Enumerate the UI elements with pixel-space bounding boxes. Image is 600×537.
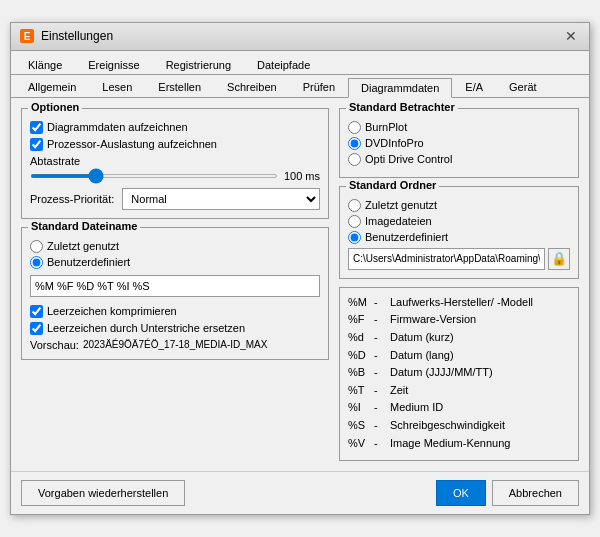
dvdinfopro-radio[interactable] — [348, 137, 361, 150]
prioritaet-select[interactable]: Normal Niedrig Hoch — [122, 188, 320, 210]
dvdinfopro-label: DVDInfoPro — [365, 137, 424, 149]
unterstriche-label: Leerzeichen durch Unterstriche ersetzen — [47, 322, 245, 334]
format-table: %M - Laufwerks-Hersteller/ -Modell %F - … — [348, 294, 570, 452]
leerzeichen-checkbox-row[interactable]: Leerzeichen komprimieren — [30, 305, 320, 318]
optionen-label: Optionen — [28, 101, 82, 113]
ordner-image-radio-row[interactable]: Imagedateien — [348, 215, 570, 228]
prozessor-checkbox-label: Prozessor-Auslastung aufzeichnen — [47, 138, 217, 150]
ordner-zuletzt-label: Zuletzt genutzt — [365, 199, 437, 211]
fmt-key-0: %M — [348, 294, 370, 312]
window-title: Einstellungen — [41, 29, 113, 43]
tab-ea[interactable]: E/A — [452, 77, 496, 97]
path-input[interactable] — [348, 248, 545, 270]
main-content: Optionen Diagrammdaten aufzeichnen Proze… — [11, 98, 589, 471]
format-row-4: %B - Datum (JJJJ/MM/TT) — [348, 364, 570, 382]
opti-radio[interactable] — [348, 153, 361, 166]
tab-erstellen[interactable]: Erstellen — [145, 77, 214, 97]
optionen-group: Optionen Diagrammdaten aufzeichnen Proze… — [21, 108, 329, 219]
restore-button[interactable]: Vorgaben wiederherstellen — [21, 480, 185, 506]
burnplot-label: BurnPlot — [365, 121, 407, 133]
datei-zuletzt-radio-row[interactable]: Zuletzt genutzt — [30, 240, 320, 253]
vorschau-label: Vorschau: — [30, 339, 79, 351]
fmt-key-1: %F — [348, 311, 370, 329]
app-icon: E — [19, 28, 35, 44]
opti-radio-row[interactable]: Opti Drive Control — [348, 153, 570, 166]
bottom-bar: Vorgaben wiederherstellen OK Abbrechen — [11, 471, 589, 514]
fmt-desc-1: Firmware-Version — [390, 311, 570, 329]
prozessor-checkbox[interactable] — [30, 138, 43, 151]
fmt-desc-6: Medium ID — [390, 399, 570, 417]
dateiname-input[interactable] — [30, 275, 320, 297]
tab-geraet[interactable]: Gerät — [496, 77, 550, 97]
format-row-1: %F - Firmware-Version — [348, 311, 570, 329]
diagramm-checkbox-row[interactable]: Diagrammdaten aufzeichnen — [30, 121, 320, 134]
ordner-zuletzt-radio[interactable] — [348, 199, 361, 212]
title-bar-left: E Einstellungen — [19, 28, 113, 44]
format-row-2: %d - Datum (kurz) — [348, 329, 570, 347]
fmt-desc-3: Datum (lang) — [390, 347, 570, 365]
cancel-button[interactable]: Abbrechen — [492, 480, 579, 506]
standard-ordner-label: Standard Ordner — [346, 179, 439, 191]
standard-betrachter-label: Standard Betrachter — [346, 101, 458, 113]
slider-value: 100 ms — [284, 170, 320, 182]
close-button[interactable]: ✕ — [561, 26, 581, 46]
abtastrate-section: Abtastrate 100 ms — [30, 155, 320, 182]
ordner-benutzer-radio-row[interactable]: Benutzerdefiniert — [348, 231, 570, 244]
format-row-8: %V - Image Medium-Kennung — [348, 435, 570, 453]
format-row-5: %T - Zeit — [348, 382, 570, 400]
tabs-bottom-row: Allgemein Lesen Erstellen Schreiben Prüf… — [11, 75, 589, 98]
path-row: 🔒 — [348, 248, 570, 270]
prioritaet-row: Prozess-Priorität: Normal Niedrig Hoch — [30, 188, 320, 210]
burnplot-radio-row[interactable]: BurnPlot — [348, 121, 570, 134]
fmt-key-7: %S — [348, 417, 370, 435]
opti-label: Opti Drive Control — [365, 153, 452, 165]
unterstriche-checkbox[interactable] — [30, 322, 43, 335]
ordner-image-radio[interactable] — [348, 215, 361, 228]
tab-dateipfade[interactable]: Dateipfade — [244, 55, 323, 74]
fmt-key-2: %d — [348, 329, 370, 347]
tab-lesen[interactable]: Lesen — [89, 77, 145, 97]
tab-klaenge[interactable]: Klänge — [15, 55, 75, 74]
tab-schreiben[interactable]: Schreiben — [214, 77, 290, 97]
standard-betrachter-group: Standard Betrachter BurnPlot DVDInfoPro … — [339, 108, 579, 178]
ordner-benutzer-label: Benutzerdefiniert — [365, 231, 448, 243]
slider-row: 100 ms — [30, 170, 320, 182]
datei-benutzerdefiniert-radio-row[interactable]: Benutzerdefiniert — [30, 256, 320, 269]
ok-button[interactable]: OK — [436, 480, 486, 506]
vorschau-value: 2023ÄÉ9ÖÄ7ÉÖ_17-18_MEDIA-ID_MAX — [83, 339, 268, 351]
dvdinfopro-radio-row[interactable]: DVDInfoPro — [348, 137, 570, 150]
tab-pruefen[interactable]: Prüfen — [290, 77, 348, 97]
datei-benutzerdefiniert-radio[interactable] — [30, 256, 43, 269]
fmt-key-3: %D — [348, 347, 370, 365]
path-browse-button[interactable]: 🔒 — [548, 248, 570, 270]
fmt-key-5: %T — [348, 382, 370, 400]
fmt-desc-7: Schreibgeschwindigkeit — [390, 417, 570, 435]
tab-allgemein[interactable]: Allgemein — [15, 77, 89, 97]
fmt-desc-5: Zeit — [390, 382, 570, 400]
ordner-zuletzt-radio-row[interactable]: Zuletzt genutzt — [348, 199, 570, 212]
prozessor-checkbox-row[interactable]: Prozessor-Auslastung aufzeichnen — [30, 138, 320, 151]
unterstriche-checkbox-row[interactable]: Leerzeichen durch Unterstriche ersetzen — [30, 322, 320, 335]
burnplot-radio[interactable] — [348, 121, 361, 134]
vorschau-row: Vorschau: 2023ÄÉ9ÖÄ7ÉÖ_17-18_MEDIA-ID_MA… — [30, 339, 320, 351]
datei-zuletzt-radio[interactable] — [30, 240, 43, 253]
abtastrate-label: Abtastrate — [30, 155, 320, 167]
main-window: E Einstellungen ✕ Klänge Ereignisse Regi… — [10, 22, 590, 515]
format-row-7: %S - Schreibgeschwindigkeit — [348, 417, 570, 435]
diagramm-checkbox-label: Diagrammdaten aufzeichnen — [47, 121, 188, 133]
diagramm-checkbox[interactable] — [30, 121, 43, 134]
format-row-0: %M - Laufwerks-Hersteller/ -Modell — [348, 294, 570, 312]
left-panel: Optionen Diagrammdaten aufzeichnen Proze… — [21, 108, 329, 461]
ordner-image-label: Imagedateien — [365, 215, 432, 227]
fmt-key-8: %V — [348, 435, 370, 453]
tab-diagrammdaten[interactable]: Diagrammdaten — [348, 78, 452, 98]
fmt-desc-0: Laufwerks-Hersteller/ -Modell — [390, 294, 570, 312]
tab-ereignisse[interactable]: Ereignisse — [75, 55, 152, 74]
abtastrate-slider[interactable] — [30, 174, 278, 178]
ordner-benutzer-radio[interactable] — [348, 231, 361, 244]
datei-zuletzt-label: Zuletzt genutzt — [47, 240, 119, 252]
tab-registrierung[interactable]: Registrierung — [153, 55, 244, 74]
leerzeichen-checkbox[interactable] — [30, 305, 43, 318]
format-row-3: %D - Datum (lang) — [348, 347, 570, 365]
leerzeichen-label: Leerzeichen komprimieren — [47, 305, 177, 317]
